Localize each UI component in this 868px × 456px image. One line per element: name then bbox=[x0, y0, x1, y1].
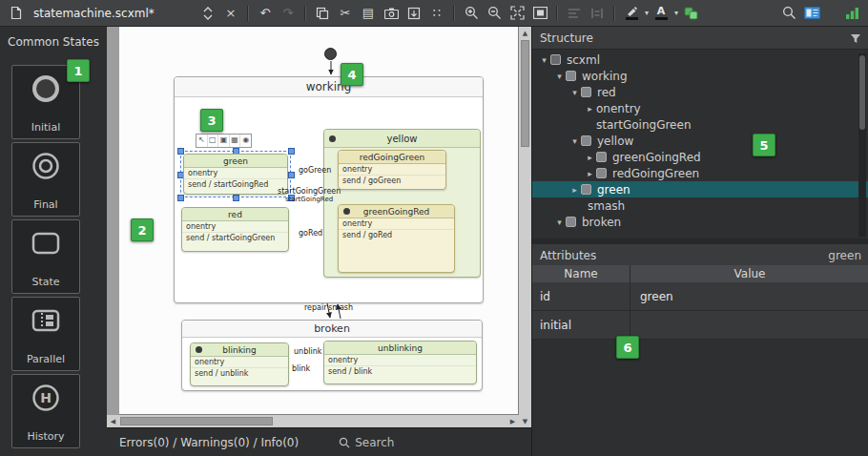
pan-view-icon[interactable] bbox=[529, 3, 550, 24]
state-title[interactable]: red bbox=[182, 208, 288, 221]
tool-parallel-state[interactable]: Parallel bbox=[11, 297, 80, 371]
tree-scrollbar[interactable] bbox=[858, 53, 866, 237]
state-color-icon[interactable] bbox=[680, 3, 701, 24]
mini-box-icon[interactable]: □ bbox=[208, 135, 219, 147]
resize-handle[interactable] bbox=[233, 195, 239, 201]
tree-item-yellow[interactable]: ▾ yellow bbox=[532, 133, 868, 149]
tree-item-smash[interactable]: smash bbox=[532, 197, 868, 214]
canvas-vertical-scrollbar[interactable]: ▲ ▼ bbox=[519, 27, 531, 427]
transition-label-repair[interactable]: repair bbox=[304, 303, 327, 312]
navigator-panel-icon[interactable] bbox=[801, 3, 822, 24]
chevron-down-icon[interactable]: ▾ bbox=[674, 9, 678, 17]
diagram-page[interactable]: working ↖ □ ▣ ▦ ◉ yellow redGoingGreen o… bbox=[119, 27, 519, 415]
statistics-icon[interactable] bbox=[841, 3, 862, 24]
fit-to-view-icon[interactable] bbox=[506, 3, 527, 24]
issues-summary[interactable]: Errors(0) / Warnings(0) / Info(0) bbox=[119, 436, 299, 449]
output-search[interactable]: Search bbox=[339, 436, 394, 449]
mini-pointer-icon[interactable]: ↖ bbox=[196, 135, 208, 147]
column-value[interactable]: Value bbox=[630, 265, 868, 282]
tool-final-state[interactable]: Final bbox=[11, 142, 80, 217]
paste-icon[interactable]: ▤ bbox=[358, 3, 379, 24]
tool-history-state[interactable]: H History bbox=[11, 374, 80, 448]
scroll-left-arrow[interactable]: ◀ bbox=[107, 415, 119, 427]
transition-label-unblink[interactable]: unblink bbox=[294, 347, 321, 356]
chevron-right-icon[interactable]: ▸ bbox=[584, 169, 596, 178]
document-title[interactable]: statemachine.scxml* bbox=[29, 7, 196, 20]
transition-label-startGoingGreen[interactable]: startGoingGreen bbox=[278, 187, 341, 196]
scrollbar-handle[interactable] bbox=[859, 55, 865, 130]
redo-icon[interactable]: ↷ bbox=[278, 3, 299, 24]
chevron-down-icon[interactable]: ▾ bbox=[645, 9, 649, 17]
chevron-down-icon[interactable]: ▾ bbox=[553, 218, 566, 227]
highlighter-color-icon[interactable] bbox=[621, 3, 642, 24]
mini-box-filled-icon[interactable]: ▣ bbox=[218, 135, 230, 147]
screenshot-icon[interactable] bbox=[381, 3, 402, 24]
tree-item-broken[interactable]: ▾ broken bbox=[532, 214, 868, 230]
copy-icon[interactable] bbox=[312, 3, 333, 24]
state-title[interactable]: working bbox=[175, 77, 483, 97]
scroll-up-arrow[interactable]: ▲ bbox=[519, 27, 531, 39]
tree-item-onentry[interactable]: ▸ onentry bbox=[532, 100, 868, 116]
font-color-icon[interactable]: A bbox=[651, 3, 672, 24]
scrollbar-handle[interactable] bbox=[120, 417, 273, 425]
resize-handle[interactable] bbox=[288, 148, 295, 155]
export-icon[interactable] bbox=[403, 3, 424, 24]
resize-handle[interactable] bbox=[177, 195, 184, 201]
mini-circle-icon[interactable]: ◉ bbox=[240, 135, 251, 147]
column-name[interactable]: Name bbox=[532, 265, 630, 282]
transition-label-goRed[interactable]: goRed bbox=[299, 229, 322, 238]
scrollbar-handle[interactable] bbox=[521, 40, 529, 147]
tree-item-startGoingGreen[interactable]: startGoingGreen bbox=[532, 116, 868, 133]
zoom-out-icon[interactable] bbox=[484, 3, 505, 24]
tool-state[interactable]: State bbox=[11, 219, 80, 294]
state-title-row[interactable]: blinking bbox=[191, 343, 288, 357]
chevron-right-icon[interactable]: ▸ bbox=[568, 185, 581, 195]
chevron-down-icon[interactable]: ▾ bbox=[568, 136, 581, 146]
document-switcher-icon[interactable] bbox=[197, 3, 218, 24]
tree-item-green-selected[interactable]: ▸ green bbox=[532, 181, 868, 197]
state-red[interactable]: red onentry send / startGoingGreen bbox=[181, 207, 289, 252]
cut-icon[interactable]: ✂ bbox=[335, 3, 356, 24]
chevron-right-icon[interactable]: ▸ bbox=[584, 104, 596, 114]
transition-label-goGreen[interactable]: goGreen bbox=[299, 166, 331, 175]
state-title-row[interactable]: yellow bbox=[324, 130, 480, 148]
state-green[interactable]: green onentry send / startGoingRed bbox=[183, 154, 288, 195]
state-unblinking[interactable]: unblinking onentry send / blink bbox=[323, 341, 477, 384]
state-redGoingGreen[interactable]: redGoingGreen onentry send / goGreen bbox=[338, 150, 446, 190]
state-title[interactable]: redGoingGreen bbox=[339, 151, 445, 164]
transition-label-blink[interactable]: blink bbox=[292, 364, 310, 373]
search-icon[interactable] bbox=[778, 3, 799, 24]
canvas-horizontal-scrollbar[interactable]: ◀ ▶ bbox=[107, 415, 519, 427]
align-states-icon[interactable] bbox=[564, 3, 585, 24]
chevron-down-icon[interactable]: ▾ bbox=[568, 88, 581, 97]
chevron-right-icon[interactable]: ▸ bbox=[584, 153, 596, 162]
state-title[interactable]: broken bbox=[182, 321, 482, 338]
state-title-row[interactable]: greenGoingRed bbox=[339, 205, 454, 218]
scroll-down-arrow[interactable]: ▼ bbox=[519, 415, 531, 427]
tree-item-scxml[interactable]: ▾ scxml bbox=[532, 52, 868, 68]
close-document-icon[interactable]: × bbox=[220, 3, 241, 24]
grid-icon[interactable]: ∷ bbox=[426, 3, 447, 24]
tree-item-greenGoingRed[interactable]: ▸ greenGoingRed bbox=[532, 149, 868, 165]
tree-item-red[interactable]: ▾ red bbox=[532, 84, 868, 100]
undo-icon[interactable]: ↶ bbox=[255, 3, 276, 24]
resize-handle[interactable] bbox=[177, 148, 184, 155]
chevron-down-icon[interactable]: ▾ bbox=[553, 72, 566, 81]
state-title[interactable]: unblinking bbox=[324, 342, 476, 355]
mini-box-lines-icon[interactable]: ▦ bbox=[230, 135, 241, 147]
distribute-states-icon[interactable] bbox=[587, 3, 608, 24]
transition-label-smash[interactable]: smash bbox=[328, 303, 353, 312]
tree-item-working[interactable]: ▾ working bbox=[532, 68, 868, 84]
state-blinking[interactable]: blinking onentry send / unblink bbox=[190, 342, 289, 386]
tree-item-redGoingGreen[interactable]: ▸ redGoingGreen bbox=[532, 165, 868, 181]
state-greenGoingRed[interactable]: greenGoingRed onentry send / goRed bbox=[338, 204, 455, 273]
attribute-value[interactable] bbox=[630, 311, 868, 339]
scroll-right-arrow[interactable]: ▶ bbox=[506, 415, 519, 427]
resize-handle[interactable] bbox=[288, 172, 295, 178]
state-title[interactable]: green bbox=[184, 155, 287, 168]
transition-label-startGoingRed[interactable]: startGoingRed bbox=[285, 196, 333, 203]
initial-state-dot[interactable] bbox=[324, 48, 337, 60]
filter-icon[interactable] bbox=[850, 32, 861, 44]
zoom-in-icon[interactable] bbox=[461, 3, 482, 24]
chevron-down-icon[interactable]: ▾ bbox=[538, 55, 550, 65]
